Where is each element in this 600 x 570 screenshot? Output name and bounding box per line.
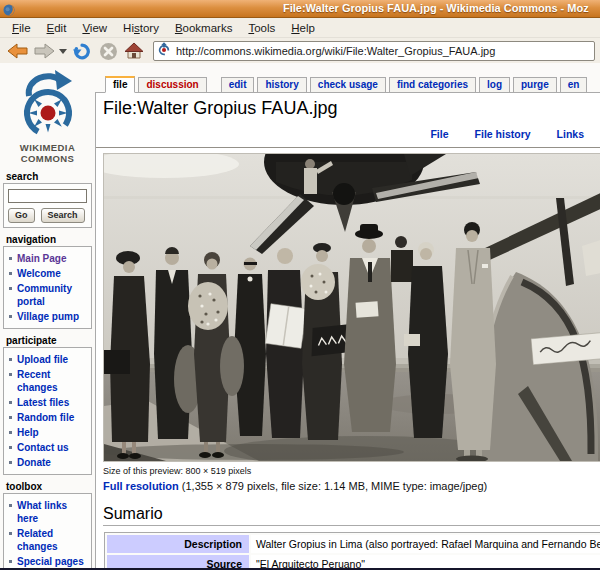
tab-discussion[interactable]: discussion — [138, 77, 206, 93]
back-icon[interactable] — [5, 40, 31, 62]
links-link[interactable]: Links — [557, 128, 584, 140]
sidebar-item-random-file[interactable]: Random file — [6, 410, 89, 425]
file-page-header-links: File File history Links — [103, 119, 600, 147]
toolbox-portlet: toolbox What links here Related changes … — [3, 481, 92, 570]
sidebar-item-village-pump[interactable]: Village pump — [6, 309, 89, 324]
tab-find-categories[interactable]: find categories — [389, 77, 476, 93]
tab-history[interactable]: history — [257, 77, 306, 93]
menu-edit[interactable]: Edit — [39, 20, 75, 36]
file-link[interactable]: File — [430, 128, 448, 140]
navigation-portlet-header: navigation — [6, 234, 92, 245]
sidebar-item-main-page[interactable]: Main Page — [6, 251, 89, 266]
menu-view[interactable]: View — [74, 20, 115, 36]
reload-icon[interactable] — [69, 40, 95, 62]
menu-bar: File Edit View History Bookmarks Tools H… — [0, 18, 600, 38]
navigation-portlet: navigation Main Page Welcome Community p… — [3, 234, 92, 329]
sidebar-item-welcome[interactable]: Welcome — [6, 266, 89, 281]
participate-portlet-header: participate — [6, 335, 92, 346]
sidebar-item-what-links-here[interactable]: What links here — [6, 498, 89, 526]
search-input[interactable] — [8, 189, 87, 203]
wikimedia-commons-logo[interactable] — [12, 69, 84, 141]
sidebar-item-recent-changes[interactable]: Recent changes — [6, 367, 89, 395]
preview-size-note: Size of this preview: 800 × 519 pixels — [103, 466, 600, 476]
search-search-button[interactable]: Search — [41, 208, 85, 223]
sidebar: WIKIMEDIA COMMONS search Go Search navig… — [0, 63, 95, 570]
full-resolution-link[interactable]: Full resolution — [103, 480, 179, 492]
sidebar-item-help[interactable]: Help — [6, 425, 89, 440]
tab-edit[interactable]: edit — [221, 77, 255, 93]
tab-check-usage[interactable]: check usage — [310, 77, 386, 93]
stop-icon[interactable] — [95, 40, 121, 62]
tab-en[interactable]: en — [560, 77, 588, 93]
url-input[interactable] — [171, 45, 592, 57]
window-titlebar: File:Walter Gropius FAUA.jpg - Wikimedia… — [0, 0, 600, 18]
description-label: Description — [107, 535, 249, 553]
sidebar-item-contact-us[interactable]: Contact us — [6, 440, 89, 455]
window-title: File:Walter Gropius FAUA.jpg - Wikimedia… — [283, 2, 589, 14]
file-history-link[interactable]: File history — [475, 128, 531, 140]
browser-viewport: WIKIMEDIA COMMONS search Go Search navig… — [0, 63, 600, 570]
content-area: File:Walter Gropius FAUA.jpg File File h… — [95, 92, 600, 570]
tab-log[interactable]: log — [479, 77, 510, 93]
page-title: File:Walter Gropius FAUA.jpg — [103, 98, 600, 119]
tab-file[interactable]: file — [105, 76, 135, 93]
firefox-icon[interactable] — [3, 2, 15, 20]
main-column: file discussion edit history check usage… — [95, 63, 600, 570]
summary-heading: Sumario — [103, 505, 600, 526]
wikimedia-commons-wordmark: WIKIMEDIA COMMONS — [0, 142, 95, 165]
menu-history[interactable]: History — [115, 20, 167, 36]
home-icon[interactable] — [121, 40, 147, 62]
tab-purge[interactable]: purge — [513, 77, 557, 93]
table-row-description: Description Walter Gropius in Lima (also… — [107, 535, 600, 553]
header-rule — [96, 147, 600, 148]
forward-icon[interactable] — [31, 40, 57, 62]
sidebar-item-donate[interactable]: Donate — [6, 455, 89, 470]
sidebar-item-special-pages[interactable]: Special pages — [6, 554, 89, 569]
sidebar-item-latest-files[interactable]: Latest files — [6, 395, 89, 410]
full-resolution-details: (1,355 × 879 pixels, file size: 1.14 MB,… — [179, 480, 487, 492]
menu-bookmarks[interactable]: Bookmarks — [167, 20, 241, 36]
sidebar-item-upload-file[interactable]: Upload file — [6, 352, 89, 367]
site-favicon-commons — [157, 42, 171, 60]
url-bar — [153, 41, 595, 61]
full-resolution-line: Full resolution (1,355 × 879 pixels, fil… — [103, 480, 600, 492]
participate-portlet: participate Upload file Recent changes L… — [3, 335, 92, 475]
sidebar-item-community-portal[interactable]: Community portal — [6, 281, 89, 309]
search-portlet: search Go Search — [3, 171, 92, 228]
navigation-toolbar — [0, 38, 600, 65]
search-go-button[interactable]: Go — [8, 208, 35, 223]
file-information-table: Description Walter Gropius in Lima (also… — [104, 532, 600, 570]
page-tabs: file discussion edit history check usage… — [105, 77, 600, 92]
menu-help[interactable]: Help — [283, 20, 323, 36]
sidebar-item-related-changes[interactable]: Related changes — [6, 526, 89, 554]
back-history-dropdown-icon[interactable] — [57, 40, 69, 62]
search-portlet-header: search — [6, 171, 92, 182]
toolbox-portlet-header: toolbox — [6, 481, 92, 492]
menu-file[interactable]: File — [4, 20, 39, 36]
description-value: Walter Gropius in Lima (also portrayed: … — [251, 535, 600, 553]
photo-preview[interactable] — [103, 153, 600, 462]
menu-tools[interactable]: Tools — [240, 20, 283, 36]
